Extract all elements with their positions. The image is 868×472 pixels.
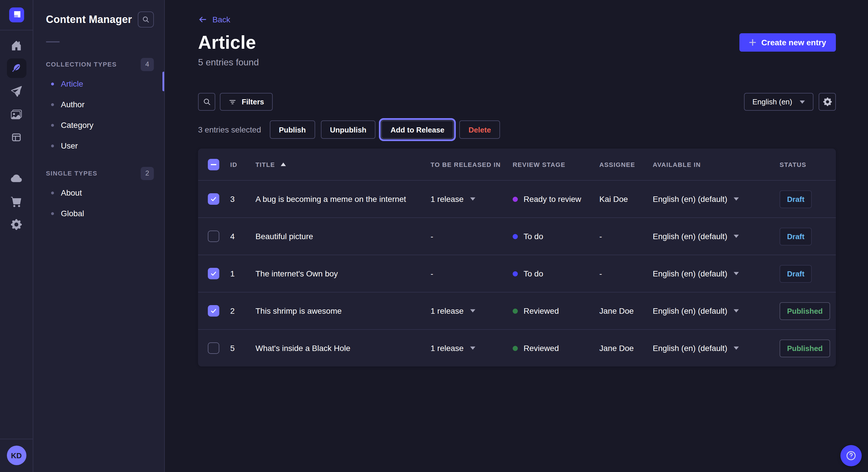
- chevron-down-icon: [470, 346, 475, 350]
- release-value: -: [431, 232, 433, 241]
- chevron-down-icon: [734, 272, 739, 275]
- sidebar-title: Content Manager: [46, 13, 132, 26]
- row-title: What's inside a Black Hole: [255, 343, 431, 353]
- row-title: The internet's Own boy: [255, 269, 431, 278]
- release-dropdown[interactable]: -: [431, 269, 513, 278]
- release-dropdown[interactable]: 1 release: [431, 194, 513, 204]
- bullet-icon: [51, 144, 54, 147]
- row-title: Beautiful picture: [255, 232, 431, 241]
- release-value: -: [431, 269, 433, 278]
- sidebar-item-category[interactable]: Category: [46, 115, 154, 135]
- help-button[interactable]: [840, 445, 862, 466]
- available-in-dropdown[interactable]: English (en) (default): [653, 194, 780, 204]
- column-header-id: ID: [230, 161, 255, 168]
- table-row[interactable]: 5 What's inside a Black Hole 1 release R…: [198, 329, 836, 367]
- release-dropdown[interactable]: -: [431, 232, 513, 241]
- table-row[interactable]: 4 Beautiful picture - To do - English (e…: [198, 217, 836, 255]
- check-icon: [210, 270, 217, 277]
- bullet-icon: [51, 124, 54, 127]
- row-assignee: Jane Doe: [599, 343, 653, 353]
- check-icon: [210, 307, 217, 314]
- rail-bottom-divider: [0, 439, 33, 439]
- entries-table: ID TITLE TO BE RELEASED IN REVIEW STAGE …: [198, 148, 836, 367]
- review-stage: Ready to review: [513, 194, 599, 204]
- available-in-dropdown[interactable]: English (en) (default): [653, 343, 780, 353]
- plus-icon: [749, 39, 756, 46]
- rail-divider: [0, 30, 33, 30]
- release-dropdown[interactable]: 1 release: [431, 343, 513, 353]
- arrow-left-icon: [198, 15, 207, 24]
- chevron-down-icon: [734, 235, 739, 238]
- gear-icon: [823, 98, 832, 106]
- selection-count: 3 entries selected: [198, 125, 261, 134]
- sidebar-item-global[interactable]: Global: [46, 203, 154, 224]
- sidebar-item-label: Global: [61, 209, 84, 218]
- content-type-builder-icon[interactable]: [7, 127, 26, 147]
- list-search-button[interactable]: [198, 93, 215, 111]
- row-checkbox[interactable]: [208, 231, 219, 242]
- bullet-icon: [51, 103, 54, 106]
- stage-label: Ready to review: [524, 194, 581, 204]
- filters-button[interactable]: Filters: [220, 93, 273, 111]
- sidebar-item-about[interactable]: About: [46, 182, 154, 203]
- table-body: 3 A bug is becoming a meme on the intern…: [198, 180, 836, 367]
- filters-label: Filters: [242, 98, 264, 106]
- sidebar-item-label: About: [61, 188, 82, 197]
- row-checkbox[interactable]: [208, 193, 219, 205]
- row-checkbox[interactable]: [208, 305, 219, 316]
- table-row[interactable]: 3 A bug is becoming a meme on the intern…: [198, 180, 836, 217]
- row-id: 4: [230, 232, 255, 241]
- settings-gear-icon[interactable]: [7, 214, 26, 234]
- available-in-dropdown[interactable]: English (en) (default): [653, 269, 780, 278]
- marketplace-cart-icon[interactable]: [7, 192, 26, 211]
- unpublish-button[interactable]: Unpublish: [321, 121, 375, 139]
- chevron-down-icon: [800, 100, 805, 103]
- row-checkbox[interactable]: [208, 342, 219, 354]
- available-in-dropdown[interactable]: English (en) (default): [653, 306, 780, 315]
- locale-label: English (en) (default): [653, 194, 727, 204]
- active-item-indicator: [162, 72, 164, 91]
- row-id: 1: [230, 269, 255, 278]
- create-button-label: Create new entry: [761, 38, 826, 47]
- create-new-entry-button[interactable]: Create new entry: [739, 33, 836, 52]
- main-content: Back Article 5 entries found Create new …: [165, 0, 868, 472]
- sidebar-item-author[interactable]: Author: [46, 94, 154, 115]
- available-in-dropdown[interactable]: English (en) (default): [653, 232, 780, 241]
- sidebar-item-user[interactable]: User: [46, 135, 154, 156]
- strapi-logo[interactable]: [9, 7, 24, 22]
- content-manager-feather-icon[interactable]: [7, 59, 26, 78]
- row-id: 3: [230, 194, 255, 204]
- column-header-assignee: ASSIGNEE: [599, 161, 653, 168]
- filter-icon: [228, 98, 237, 106]
- releases-send-icon[interactable]: [7, 81, 26, 101]
- release-dropdown[interactable]: 1 release: [431, 306, 513, 315]
- deploy-cloud-icon[interactable]: [7, 169, 26, 188]
- delete-button[interactable]: Delete: [459, 121, 500, 139]
- add-to-release-button[interactable]: Add to Release: [381, 121, 454, 139]
- row-checkbox[interactable]: [208, 268, 219, 279]
- sidebar-item-label: User: [61, 141, 78, 150]
- row-assignee: Jane Doe: [599, 306, 653, 315]
- review-stage: Reviewed: [513, 306, 599, 315]
- locale-select[interactable]: English (en): [744, 93, 813, 111]
- status-badge: Draft: [780, 190, 812, 208]
- sidebar-divider: [46, 41, 60, 42]
- table-row[interactable]: 2 This shrimp is awesome 1 release Revie…: [198, 292, 836, 329]
- column-header-title-sort[interactable]: TITLE: [255, 161, 431, 168]
- select-all-checkbox[interactable]: [208, 159, 219, 170]
- stage-dot-icon: [513, 345, 518, 351]
- row-assignee: -: [599, 232, 653, 241]
- stage-dot-icon: [513, 271, 518, 276]
- chevron-down-icon: [734, 197, 739, 201]
- view-settings-button[interactable]: [818, 93, 836, 111]
- back-link[interactable]: Back: [198, 15, 230, 24]
- home-icon[interactable]: [7, 36, 26, 55]
- sidebar-item-article[interactable]: Article: [46, 73, 154, 94]
- locale-label: English (en) (default): [653, 269, 727, 278]
- user-avatar[interactable]: KD: [7, 446, 26, 465]
- icon-rail: KD: [0, 0, 33, 472]
- publish-button[interactable]: Publish: [270, 121, 315, 139]
- sidebar-search-button[interactable]: [138, 11, 154, 28]
- media-library-images-icon[interactable]: [7, 104, 26, 124]
- table-row[interactable]: 1 The internet's Own boy - To do - Engli…: [198, 255, 836, 292]
